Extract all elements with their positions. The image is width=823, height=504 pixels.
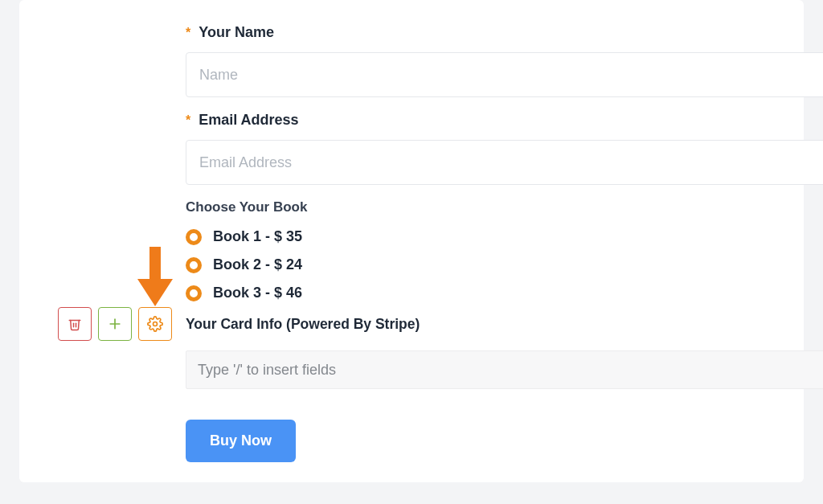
card-info-field[interactable]: Type '/' to insert fields xyxy=(186,350,823,389)
book-choice-group: Choose Your Book Book 1 - $ 35 Book 2 - … xyxy=(186,199,804,301)
buy-now-button[interactable]: Buy Now xyxy=(186,420,296,462)
email-input[interactable] xyxy=(186,140,823,185)
radio-icon xyxy=(186,257,202,273)
email-field-group: * Email Address xyxy=(186,112,804,185)
radio-label: Book 3 - $ 46 xyxy=(213,285,302,301)
trash-icon xyxy=(68,317,82,331)
svg-point-4 xyxy=(154,322,158,326)
radio-label: Book 1 - $ 35 xyxy=(213,228,302,245)
radio-icon xyxy=(186,229,202,245)
settings-button[interactable] xyxy=(138,307,172,341)
add-button[interactable] xyxy=(98,307,132,341)
delete-button[interactable] xyxy=(58,307,92,341)
email-label: Email Address xyxy=(199,112,298,129)
book-section-label: Choose Your Book xyxy=(186,199,804,215)
name-input[interactable] xyxy=(186,52,823,97)
name-field-group: * Your Name xyxy=(186,24,804,97)
radio-icon xyxy=(186,285,202,301)
element-toolbox xyxy=(58,307,172,341)
gear-icon xyxy=(147,316,163,332)
radio-label: Book 2 - $ 24 xyxy=(213,256,302,273)
radio-option-book1[interactable]: Book 1 - $ 35 xyxy=(186,228,804,245)
pointer-arrow-icon xyxy=(137,247,173,309)
required-indicator: * xyxy=(186,113,190,128)
card-info-label: Your Card Info (Powered By Stripe) xyxy=(186,316,804,333)
name-label: Your Name xyxy=(199,24,274,41)
required-indicator: * xyxy=(186,26,190,40)
form-card: * Your Name * Email Address Choose Your … xyxy=(19,0,804,482)
radio-option-book2[interactable]: Book 2 - $ 24 xyxy=(186,256,804,273)
plus-icon xyxy=(107,316,123,332)
card-info-placeholder: Type '/' to insert fields xyxy=(198,362,336,379)
radio-option-book3[interactable]: Book 3 - $ 46 xyxy=(186,285,804,301)
